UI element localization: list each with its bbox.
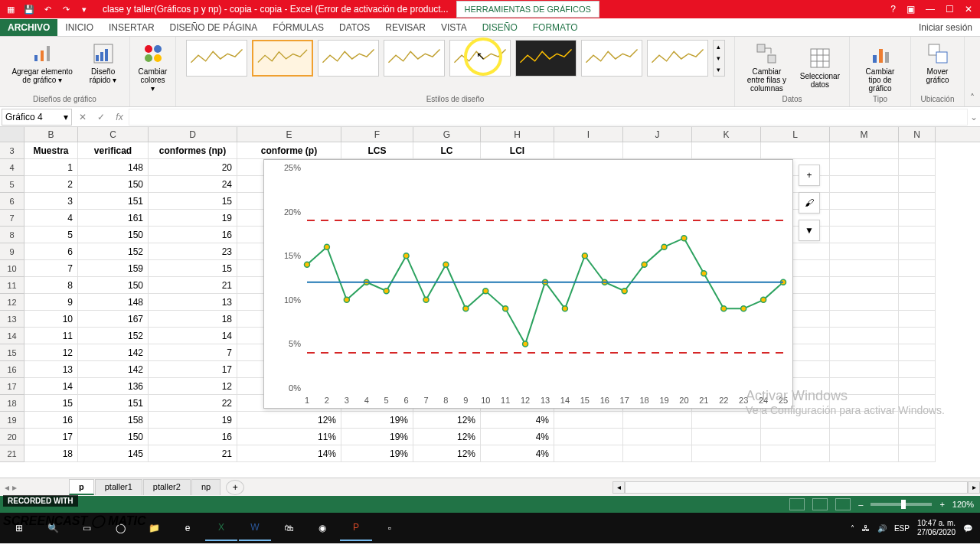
cell[interactable] [830, 344, 899, 361]
cell[interactable] [899, 176, 936, 193]
cell[interactable]: 167 [78, 311, 149, 328]
cell[interactable]: 12 [149, 378, 237, 395]
sheet-nav-first-icon[interactable]: ◂ [5, 482, 9, 493]
cell[interactable]: 151 [78, 193, 149, 210]
cell[interactable] [692, 142, 761, 159]
row-header[interactable]: 10 [0, 260, 24, 277]
cell[interactable] [899, 277, 936, 294]
cell[interactable]: 142 [78, 344, 149, 361]
cell[interactable] [830, 260, 899, 277]
chart-styles-button[interactable]: 🖌 [799, 192, 820, 214]
chart-style-3[interactable] [318, 40, 379, 77]
cell[interactable]: 22 [149, 395, 237, 412]
cell[interactable]: 8 [24, 277, 78, 294]
tab-fórmulas[interactable]: FÓRMULAS [265, 19, 332, 36]
cell[interactable]: 2 [24, 176, 78, 193]
cell[interactable]: 14% [237, 445, 341, 462]
add-sheet-button[interactable]: + [226, 480, 244, 495]
cell[interactable]: 16 [149, 227, 237, 243]
cell[interactable] [761, 142, 830, 159]
cell[interactable] [761, 445, 830, 462]
row-header[interactable]: 4 [0, 159, 24, 176]
cell[interactable]: 15 [149, 260, 237, 277]
sheet-tab-ptaller2[interactable]: ptaller2 [143, 479, 191, 495]
collapse-ribbon-icon[interactable]: ˄ [965, 37, 980, 106]
cell[interactable]: 145 [78, 445, 149, 462]
cell[interactable] [899, 142, 936, 159]
cell[interactable]: 4% [481, 412, 554, 429]
cell[interactable] [830, 311, 899, 328]
cell[interactable]: 11% [237, 429, 341, 445]
cell[interactable] [899, 260, 936, 277]
cell[interactable] [761, 429, 830, 445]
cell[interactable]: 16 [149, 429, 237, 445]
zoom-level[interactable]: 120% [952, 500, 974, 509]
save-icon[interactable]: 💾 [23, 3, 35, 15]
excel-taskbar-icon[interactable]: X [205, 515, 237, 541]
word-taskbar-icon[interactable]: W [239, 515, 271, 541]
hscroll-right-icon[interactable]: ▸ [968, 481, 980, 494]
formula-input[interactable] [129, 109, 968, 126]
cell[interactable]: 21 [149, 445, 237, 462]
cancel-formula-icon[interactable]: ✕ [74, 112, 92, 122]
col-header-M[interactable]: M [830, 127, 899, 142]
row-header[interactable]: 7 [0, 210, 24, 227]
cell[interactable]: 1 [24, 159, 78, 176]
redo-icon[interactable]: ↷ [60, 3, 72, 15]
cell[interactable]: 19% [341, 412, 413, 429]
app-icon[interactable]: ▫ [374, 515, 406, 541]
cell[interactable]: 18 [24, 445, 78, 462]
col-header-B[interactable]: B [24, 127, 78, 142]
cell[interactable]: 17 [149, 361, 237, 378]
cell[interactable]: 3 [24, 193, 78, 210]
cell[interactable]: 150 [78, 227, 149, 243]
cell[interactable]: 19 [149, 412, 237, 429]
view-pagebreak-icon[interactable] [835, 498, 851, 510]
cell[interactable]: 20 [149, 159, 237, 176]
row-header[interactable]: 19 [0, 412, 24, 429]
col-header-H[interactable]: H [481, 127, 554, 142]
chrome-icon[interactable]: ◉ [306, 515, 338, 541]
cell[interactable]: 13 [24, 361, 78, 378]
cell[interactable] [554, 429, 623, 445]
tab-datos[interactable]: DATOS [332, 19, 377, 36]
row-header[interactable]: 14 [0, 328, 24, 344]
cell[interactable] [899, 361, 936, 378]
close-icon[interactable]: ✕ [965, 4, 972, 15]
cell[interactable]: 150 [78, 176, 149, 193]
cell[interactable] [899, 159, 936, 176]
cell[interactable]: 152 [78, 328, 149, 344]
cell[interactable] [554, 142, 623, 159]
cell[interactable]: LCS [341, 142, 413, 159]
cell[interactable]: verificad [78, 142, 149, 159]
edge-icon[interactable]: e [172, 515, 204, 541]
cell[interactable] [623, 142, 692, 159]
chart-filters-button[interactable]: ▼ [799, 220, 820, 241]
switch-rowcol-button[interactable]: Cambiar entre filas y columnas [741, 40, 792, 94]
view-normal-icon[interactable] [789, 498, 805, 510]
chart-style-5[interactable]: ↖ [449, 40, 511, 77]
chart-elements-button[interactable]: + [799, 165, 820, 186]
change-chart-type-button[interactable]: Cambiar tipo de gráfico [856, 40, 904, 94]
col-header-D[interactable]: D [149, 127, 237, 142]
col-header-J[interactable]: J [623, 127, 692, 142]
cell[interactable] [899, 227, 936, 243]
cell[interactable] [830, 445, 899, 462]
cell[interactable]: 13 [149, 294, 237, 311]
row-header[interactable]: 11 [0, 277, 24, 294]
col-header-E[interactable]: E [237, 127, 341, 142]
row-header[interactable]: 5 [0, 176, 24, 193]
cell[interactable]: 6 [24, 243, 78, 260]
cell[interactable]: 10 [24, 311, 78, 328]
chart-style-6[interactable] [515, 40, 577, 77]
col-header-G[interactable]: G [413, 127, 481, 142]
zoom-in-icon[interactable]: + [939, 500, 944, 509]
cell[interactable] [623, 445, 692, 462]
col-header-K[interactable]: K [692, 127, 761, 142]
zoom-out-icon[interactable]: – [858, 500, 863, 509]
ribbon-options-icon[interactable]: ▣ [906, 4, 915, 15]
cell[interactable]: 12% [413, 445, 481, 462]
col-header-F[interactable]: F [341, 127, 413, 142]
row-header[interactable]: 3 [0, 142, 24, 159]
cell[interactable]: 21 [149, 277, 237, 294]
